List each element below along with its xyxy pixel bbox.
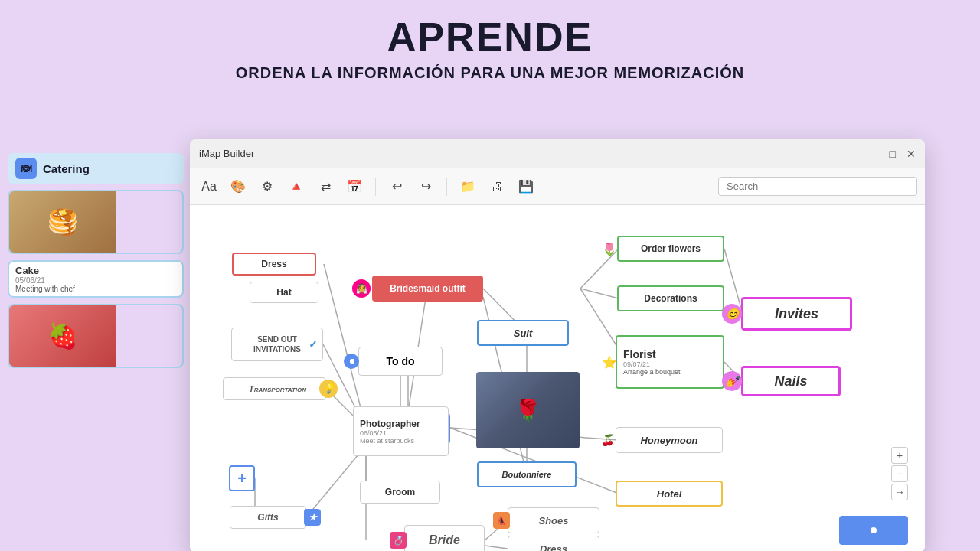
node-invites[interactable]: 😊 Invites xyxy=(741,297,852,331)
sidebar: 🍽 Catering 🥞 Cake 05/06/21 Meeting with … xyxy=(8,153,184,368)
flower-icon: 🌷 xyxy=(602,242,617,256)
maximize-button[interactable]: □ xyxy=(890,148,896,159)
node-order-flowers[interactable]: 🌷 Order flowers xyxy=(617,236,724,262)
font-icon[interactable]: Aa xyxy=(198,175,220,198)
bulb-icon: 💡 xyxy=(319,380,338,398)
zoom-controls: + − → xyxy=(891,447,908,500)
canvas: Dress Hat Send outInvitations ✓ Transpor… xyxy=(190,205,925,551)
zoom-in-button[interactable]: + xyxy=(891,447,908,464)
florist-icon: ⭐ xyxy=(602,355,617,370)
minimize-button[interactable]: — xyxy=(868,148,879,159)
boutonniere-photo: 🌹 xyxy=(476,372,580,448)
node-gifts[interactable]: Gifts ★ xyxy=(230,506,306,529)
toolbar-sep1 xyxy=(375,178,376,196)
hotel-label: Hotel xyxy=(657,488,682,500)
svg-line-23 xyxy=(485,546,508,549)
selection-box xyxy=(839,516,908,545)
cake-title: Cake xyxy=(15,265,176,276)
toolbar-sep2 xyxy=(446,178,447,196)
triangle-icon[interactable]: 🔺 xyxy=(285,175,308,198)
bridesmaid-label: Bridesmaid outfit xyxy=(390,283,466,294)
catering-icon: 🍽 xyxy=(15,158,37,179)
shoes-label: Shoes xyxy=(538,515,568,527)
transport-label: Transportation xyxy=(243,384,306,393)
dress2-label: Dress xyxy=(540,543,567,552)
dress-label: Dress xyxy=(261,259,286,269)
calendar-icon[interactable]: 📅 xyxy=(343,175,366,198)
palette-icon[interactable]: 🎨 xyxy=(227,175,250,198)
florist-date: 09/07/21 xyxy=(623,360,650,368)
pancake-image: 🥞 xyxy=(9,191,116,253)
cake-date: 05/06/21 xyxy=(15,276,176,285)
bridesmaid-emoji: 👰 xyxy=(352,279,371,298)
florist-label: Florist xyxy=(623,348,656,360)
zoom-arrow-button[interactable]: → xyxy=(891,484,908,500)
print-icon[interactable]: 🖨 xyxy=(485,175,508,198)
invites-emoji: 😊 xyxy=(722,304,742,324)
node-groom[interactable]: Groom xyxy=(360,481,440,504)
hat-label: Hat xyxy=(276,287,291,298)
add-node-button[interactable]: + xyxy=(229,465,255,491)
redo-icon[interactable]: ↪ xyxy=(414,175,437,198)
zoom-out-button[interactable]: − xyxy=(891,465,908,482)
honeymoon-icon: 🍒 xyxy=(601,434,614,446)
node-todo[interactable]: ⏺ To do xyxy=(358,347,443,376)
node-honeymoon[interactable]: 🍒 Honeymoon xyxy=(616,427,723,453)
node-decorations[interactable]: Decorations xyxy=(617,285,724,311)
todo-icon: ⏺ xyxy=(344,354,359,369)
nails-label: Nails xyxy=(774,373,807,390)
node-florist[interactable]: ⭐ Florist 09/07/21 Arrange a bouquet xyxy=(616,335,724,389)
bride-label: Bride xyxy=(429,533,460,547)
photographer-note: Meet at starbucks xyxy=(360,437,414,445)
svg-line-16 xyxy=(580,289,619,298)
close-button[interactable]: ✕ xyxy=(906,148,916,159)
cake-note: Meeting with chef xyxy=(15,285,176,293)
photographer-date: 06/06/21 xyxy=(360,429,387,437)
shoes-icon: 👠 xyxy=(493,512,510,529)
node-hotel[interactable]: Hotel xyxy=(616,481,723,507)
sidebar-item-catering[interactable]: 🍽 Catering xyxy=(8,153,184,184)
page-title: APRENDE xyxy=(0,14,980,60)
sidebar-card-pancake[interactable]: 🥞 xyxy=(8,190,184,254)
honeymoon-label: Honeymoon xyxy=(640,435,697,446)
node-transportation[interactable]: Transportation 💡 xyxy=(223,377,326,400)
page-subtitle: ORDENA LA INFORMACIÓN PARA UNA MEJOR MEM… xyxy=(0,64,980,82)
undo-icon[interactable]: ↩ xyxy=(385,175,408,198)
node-dress2[interactable]: Dress xyxy=(508,536,599,551)
search-container xyxy=(718,177,917,196)
titlebar: iMap Builder — □ ✕ xyxy=(190,139,925,168)
arrows-icon[interactable]: ⇄ xyxy=(314,175,337,198)
node-send-invitations[interactable]: Send outInvitations ✓ xyxy=(231,328,323,361)
node-shoes[interactable]: 👠 Shoes xyxy=(508,507,599,533)
florist-note: Arrange a bouquet xyxy=(623,368,681,376)
groom-label: Groom xyxy=(385,487,415,497)
app-window: iMap Builder — □ ✕ Aa 🎨 ⚙ 🔺 ⇄ 📅 ↩ ↪ 📁 🖨 … xyxy=(190,139,925,551)
save-icon[interactable]: 💾 xyxy=(514,175,537,198)
nodes-icon[interactable]: ⚙ xyxy=(256,175,279,198)
svg-line-9 xyxy=(306,445,366,517)
window-title: iMap Builder xyxy=(199,148,254,159)
node-suit[interactable]: Suit xyxy=(477,320,569,346)
node-bridesmaid[interactable]: 👰 Bridesmaid outfit xyxy=(372,276,483,302)
todo-label: To do xyxy=(386,355,414,367)
bride-icon: 💍 xyxy=(390,532,407,549)
svg-line-17 xyxy=(580,289,619,349)
titlebar-controls: — □ ✕ xyxy=(868,148,916,159)
node-nails[interactable]: 💅 Nails xyxy=(741,366,841,396)
selection-dot xyxy=(871,527,877,533)
node-bride[interactable]: 💍 Bride xyxy=(404,525,485,551)
send-label: Send outInvitations xyxy=(253,334,301,354)
order-flowers-label: Order flowers xyxy=(641,243,701,254)
node-dress[interactable]: Dress xyxy=(232,253,316,276)
nails-emoji: 💅 xyxy=(722,371,742,391)
suit-label: Suit xyxy=(514,328,533,339)
node-photographer[interactable]: Photographer 06/06/21 Meet at starbucks xyxy=(353,406,449,456)
toolbar: Aa 🎨 ⚙ 🔺 ⇄ 📅 ↩ ↪ 📁 🖨 💾 xyxy=(190,168,925,205)
sidebar-card-strawberry[interactable]: 🍓 xyxy=(8,304,184,368)
node-boutonniere[interactable]: Boutonniere xyxy=(477,461,577,487)
gifts-star-icon: ★ xyxy=(304,509,321,526)
node-hat[interactable]: Hat xyxy=(250,282,318,303)
search-input[interactable] xyxy=(727,181,909,192)
sidebar-card-cake[interactable]: Cake 05/06/21 Meeting with chef xyxy=(8,260,184,298)
folder-icon[interactable]: 📁 xyxy=(456,175,479,198)
